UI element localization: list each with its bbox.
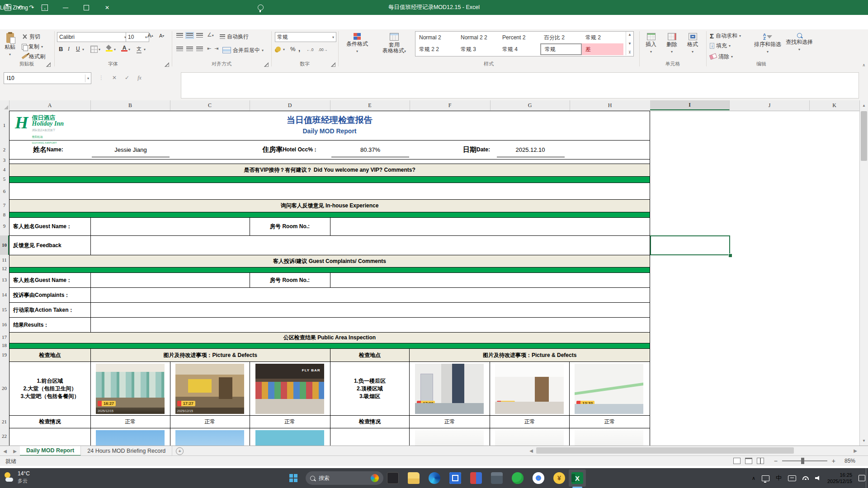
cell-e22[interactable] [330,428,410,446]
photo-lobby[interactable]: 17:27 2025/12/15 [175,364,244,414]
row-header[interactable]: 14 [0,292,9,297]
row-header[interactable]: 7 [0,202,9,208]
row-header[interactable]: 17 [0,334,9,340]
col-header-B[interactable]: B [90,100,170,110]
photo-front-desk[interactable]: 16:27 2025/12/15 [96,364,165,414]
cell-site-header-1[interactable]: 检查地点 [9,349,91,361]
cell-action-value[interactable] [91,303,650,317]
style-normal-selected[interactable]: 常规 [540,43,582,55]
number-format-combo[interactable]: 常规▾ [275,32,336,42]
start-button[interactable] [289,474,293,478]
row-inhouse-header[interactable]: 询问客人反馈意见 In-house Experience [9,200,650,212]
cell-photo-f20[interactable]: 17:00 2025/12/15 [410,362,490,415]
style-normal-2[interactable]: Normal 2 [415,32,457,43]
cell-photo-g20[interactable]: 14:50 2025/12/15 [490,362,570,415]
alignment-dialog-launcher[interactable] [264,62,269,67]
row-complaints-header[interactable]: 客人投诉/建议 Guest Complaints/ Comments [9,255,650,267]
cell-complaint-value[interactable] [91,288,650,302]
row-header[interactable]: 3 [0,157,9,163]
col-header-I[interactable]: I [650,100,730,110]
fill-color-dropdown-icon[interactable]: ▾ [114,47,116,52]
zoom-slider-thumb[interactable] [801,458,804,464]
cell-guest-name-label-1[interactable]: 客人姓名Guest Name： [9,218,91,235]
tray-display-icon[interactable] [762,475,769,481]
grow-font-button[interactable]: A▴ [147,32,153,39]
cell-site-header-2[interactable]: 检查地点 [330,349,410,361]
insert-function-icon[interactable]: fx [137,75,142,81]
row-header[interactable]: 4 [0,167,9,172]
chrome-icon[interactable] [533,472,544,484]
cell-a22[interactable] [9,428,91,446]
comma-style-icon[interactable]: , [298,45,300,52]
excel-icon[interactable]: X [571,472,583,484]
edge-icon[interactable] [429,472,440,484]
network-icon[interactable] [802,476,809,480]
page-break-view-icon[interactable] [757,458,764,464]
sheet-nav-right-icon[interactable]: ▶ [10,446,20,456]
taskbar-app-blue-icon[interactable] [449,472,461,484]
decrease-indent-icon[interactable]: ⇤ [207,46,211,52]
cell-room-no-label-1[interactable]: 房号 Room No.: [250,218,330,235]
cell-spacer[interactable] [9,160,650,164]
accounting-format-icon[interactable] [276,47,281,52]
name-box-dropdown-icon[interactable]: ▾ [85,75,91,82]
row-header[interactable]: 9 [0,223,9,229]
share-button[interactable]: 共享 [842,15,862,29]
sheet-tab-24-hours-briefing[interactable]: 24 Hours MOD Briefing Record [81,446,172,456]
cell-room-no-value-2[interactable] [330,273,650,287]
borders-icon[interactable] [90,46,98,53]
style-percent-2[interactable]: Percent 2 [499,32,540,43]
row-header[interactable]: 2 [0,147,9,152]
style-normal3-cn[interactable]: 常规 3 [457,43,499,55]
row-header[interactable]: 18 [0,343,9,348]
cell-guest-name-label-2[interactable]: 客人姓名Guest Name： [9,273,91,287]
photo-back-area[interactable]: 17:00 2025/12/15 [415,364,484,414]
tray-chevron-icon[interactable]: ∧ [752,475,755,481]
normal-view-icon[interactable] [733,458,741,464]
volume-icon[interactable] [815,475,821,481]
scroll-down-icon[interactable]: ▼ [860,436,868,445]
align-center-icon[interactable] [186,47,193,52]
selected-cell-I10[interactable] [650,235,730,255]
cell-photo-d22[interactable] [250,428,330,446]
italic-button[interactable]: I [68,46,70,52]
page-layout-view-icon[interactable] [745,458,752,464]
date-value-cell[interactable]: 2025.12.10 [491,141,570,159]
style-bad[interactable]: 差 [582,43,623,55]
decrease-decimal-icon[interactable]: .00→ [318,47,327,52]
cell-room-no-value-1[interactable] [330,218,650,235]
cell-status-f21[interactable]: 正常 [410,416,490,428]
weather-widget[interactable]: 14°C 多云 [4,470,30,484]
cell-pics-header-2[interactable]: 图片及待改进事项：Picture & Defects [410,349,650,361]
row-green-bar[interactable] [9,212,650,218]
row-header[interactable]: 13 [0,277,9,282]
cell-complaint-label[interactable]: 投诉事由Complaints： [9,288,91,302]
format-painter-button[interactable]: 格式刷 [22,52,45,61]
align-right-icon[interactable] [196,47,203,52]
cell-photo-c20[interactable]: 17:27 2025/12/15 [170,362,250,415]
photo-lobby-bar[interactable]: FLY BAR 17:42 2025/12/15 [255,364,324,414]
cell-site-list-2[interactable]: 1.负一楼后区 2.顶楼区域 3.吸烟区 [330,362,410,415]
cell-photo-h20[interactable]: 12:32 2025/12/15 [570,362,650,415]
styles-gallery-scroll[interactable]: ▲ ▼ ⊻ [626,32,633,55]
style-normal-2-2[interactable]: Normal 2 2 [457,32,499,43]
cell-info-row[interactable]: 姓名 Name: Jessie Jiang 住房率 Hotel Occ%： 80… [9,141,650,159]
clear-button[interactable]: 清除 ▾ [710,52,733,61]
row-header[interactable]: 15 [0,307,9,312]
shrink-font-button[interactable]: A▾ [159,33,164,38]
fill-button[interactable]: ↓ 填充 ▾ [710,41,731,50]
cell-status-h21[interactable]: 正常 [570,416,650,428]
cell-pics-header-1[interactable]: 图片及待改进事项：Picture & Defects [91,349,330,361]
col-header-E[interactable]: E [330,100,410,110]
calculator-icon[interactable] [491,472,503,484]
cell-status-label-1[interactable]: 检查情况 [9,416,91,428]
new-sheet-button[interactable]: + [176,447,184,455]
increase-decimal-icon[interactable]: ←.0 [307,47,314,52]
cell-site-list-1[interactable]: 1.前台区域 2.大堂（包括卫生间） 3.大堂吧（包括备餐间） [9,362,91,415]
show-desktop-strip[interactable] [866,468,868,488]
taskbar-app-dark-icon[interactable] [387,472,399,484]
row-header[interactable]: 10 [0,242,9,248]
phonetic-guide-icon[interactable]: 文 [137,46,142,53]
photo-sky-2[interactable] [175,430,244,446]
accounting-dropdown-icon[interactable]: ▾ [283,47,285,52]
